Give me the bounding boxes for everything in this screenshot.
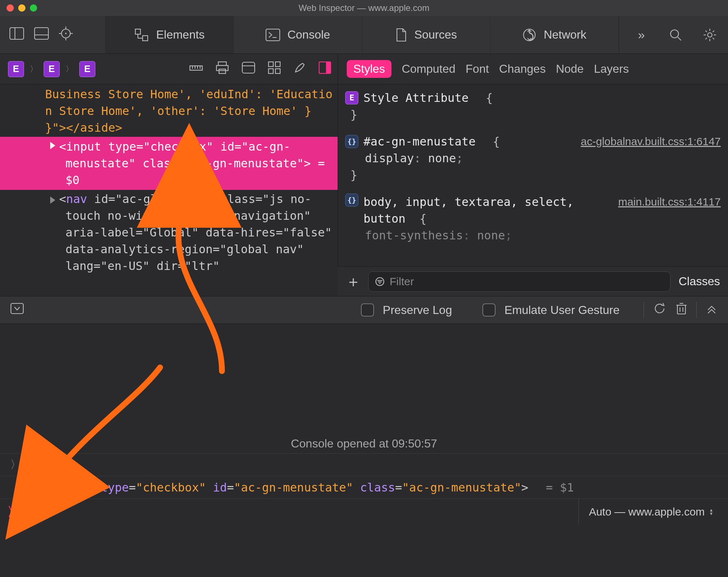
console-output-element[interactable]: <input type="checkbox" id="ac-gn-menusta… (52, 481, 528, 494)
svg-rect-11 (143, 36, 148, 41)
svg-rect-41 (275, 69, 280, 73)
ruler-icon[interactable] (189, 61, 203, 77)
dom-text: Business Store Home', 'eduInd': 'Educati… (45, 87, 333, 135)
divider (644, 302, 644, 318)
style-rule[interactable]: {} #ac-gn-menustate { ac-globalnav.built… (345, 133, 721, 183)
svg-rect-14 (266, 29, 280, 41)
css-value[interactable]: none (428, 151, 456, 165)
tab-label: Console (287, 28, 330, 41)
tab-label: Sources (414, 28, 457, 41)
elements-icon (134, 28, 149, 41)
svg-rect-38 (268, 62, 273, 67)
prompt-caret-icon: 〉 (7, 504, 20, 520)
emulate-gesture-checkbox[interactable] (482, 303, 496, 317)
tab-network[interactable]: Network (490, 16, 619, 53)
styles-filter-input[interactable]: Filter (368, 271, 671, 292)
svg-rect-40 (268, 69, 273, 73)
window-minimize-button[interactable] (18, 4, 25, 12)
filter-icon (375, 277, 385, 286)
tab-elements[interactable]: Elements (106, 16, 234, 53)
breadcrumb-element-icon[interactable]: E (8, 61, 24, 77)
css-prop[interactable]: font-synthesis (365, 228, 463, 242)
sources-icon (395, 28, 407, 42)
print-icon[interactable] (215, 61, 229, 77)
add-rule-button[interactable]: ＋ (346, 271, 360, 292)
console-toolbar: Preserve Log Emulate User Gesture (0, 296, 728, 324)
main-toolbar: Elements Console Sources Network » (0, 16, 728, 54)
console-output-row: 〉 ▶ <input type="checkbox" id="ac-gn-men… (0, 476, 728, 498)
settings-gear-icon[interactable] (699, 28, 721, 42)
svg-rect-36 (242, 62, 255, 73)
window-titlebar: Web Inspector — www.apple.com (0, 0, 728, 16)
styles-tab-layers[interactable]: Layers (594, 62, 629, 76)
disclosure-triangle-icon[interactable]: ▶ (39, 481, 45, 494)
css-prop[interactable]: display (365, 151, 414, 165)
styles-tab-node[interactable]: Node (556, 62, 584, 76)
preserve-log-label: Preserve Log (383, 303, 452, 317)
style-attribute-rule[interactable]: E Style Attribute { } (345, 89, 721, 123)
window-icon[interactable] (242, 61, 255, 76)
paintbrush-icon[interactable] (293, 61, 306, 77)
styles-pane[interactable]: E Style Attribute { } {} #ac-gn-menustat… (338, 84, 728, 296)
divider (696, 302, 697, 318)
classes-toggle[interactable]: Classes (679, 275, 720, 288)
dom-tree[interactable]: Business Store Home', 'eduInd': 'Educati… (0, 84, 338, 296)
svg-rect-49 (677, 305, 685, 314)
clear-console-icon[interactable] (675, 302, 688, 318)
target-pick-icon[interactable] (59, 27, 73, 43)
console-prompt-row[interactable]: 〉 Auto — www.apple.com ▲▼ (0, 498, 728, 525)
sub-toolbar: E 〉 E 〉 E Styles Computed Font Changes N… (0, 54, 728, 84)
layout-bottom-panel-icon[interactable] (34, 27, 49, 42)
svg-line-25 (713, 38, 714, 39)
window-maximize-button[interactable] (30, 4, 37, 12)
dom-selected-node[interactable]: ..<input type="checkbox" id="ac-gn-menus… (0, 137, 338, 190)
svg-rect-2 (35, 28, 48, 39)
svg-rect-0 (10, 28, 24, 39)
styles-tab-changes[interactable]: Changes (499, 62, 546, 76)
stylesheet-icon: {} (345, 135, 358, 148)
preserve-log-checkbox[interactable] (361, 303, 374, 317)
window-close-button[interactable] (7, 4, 14, 12)
svg-rect-35 (219, 69, 226, 73)
svg-rect-48 (11, 303, 23, 314)
svg-line-26 (713, 31, 714, 32)
svg-rect-43 (326, 62, 331, 73)
rule-selector: body, input, textarea, select, button (363, 195, 574, 226)
stylesheet-icon: {} (345, 194, 358, 207)
layout-right-panel-icon[interactable] (319, 61, 331, 76)
tab-console[interactable]: Console (234, 16, 362, 53)
style-rule[interactable]: {} body, input, textarea, select, button… (345, 194, 721, 244)
styles-tab-computed[interactable]: Computed (402, 62, 456, 76)
rule-source-link[interactable]: ac-globalnav.built.css:1:6147 (581, 133, 721, 150)
breadcrumb-element-icon[interactable]: E (44, 61, 60, 77)
css-value[interactable]: none (477, 228, 505, 242)
search-icon[interactable] (665, 28, 687, 41)
grid-icon[interactable] (268, 61, 281, 77)
split-panes: Business Store Home', 'eduInd': 'Educati… (0, 84, 728, 296)
breadcrumb-element-icon[interactable]: E (79, 61, 95, 77)
tab-sources[interactable]: Sources (362, 16, 491, 53)
svg-point-19 (708, 33, 712, 37)
svg-line-27 (705, 38, 707, 39)
layout-sidebar-left-icon[interactable] (9, 27, 24, 42)
rule-source-link[interactable]: main.built.css:1:4117 (618, 194, 721, 210)
collapse-console-icon[interactable] (705, 302, 718, 318)
console-scope-dropdown-icon[interactable] (10, 303, 24, 317)
svg-rect-39 (275, 62, 280, 67)
dom-node[interactable]: ..<nav id="ac-globalnav" class="js no-to… (0, 191, 338, 274)
console-input-row[interactable]: 〉 $0 (0, 453, 728, 476)
styles-tab-styles[interactable]: Styles (347, 60, 391, 78)
reload-icon[interactable] (653, 302, 667, 318)
svg-point-17 (671, 30, 679, 38)
svg-line-18 (678, 37, 681, 40)
context-picker[interactable]: Auto — www.apple.com ▲▼ (578, 499, 721, 525)
filter-placeholder: Filter (390, 275, 414, 288)
more-tabs-icon[interactable]: » (630, 28, 652, 42)
styles-tab-font[interactable]: Font (466, 62, 489, 76)
dom-html: <input type="checkbox" id="ac-gn-menusta… (59, 140, 311, 170)
emulate-gesture-label: Emulate User Gesture (504, 303, 620, 317)
console-opened-message: Console opened at 09:50:57 (0, 324, 728, 453)
svg-rect-34 (216, 65, 228, 71)
console-body: Console opened at 09:50:57 〉 $0 〉 ▶ <inp… (0, 324, 728, 498)
svg-rect-33 (218, 62, 226, 65)
